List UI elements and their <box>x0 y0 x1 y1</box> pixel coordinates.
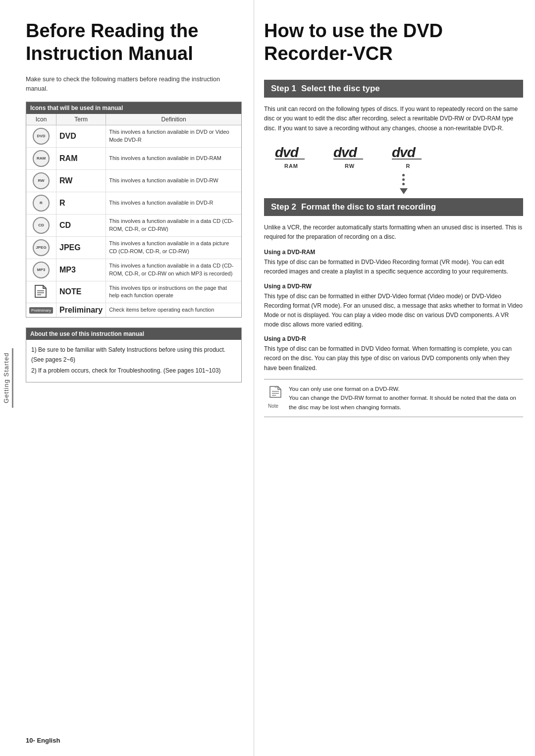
about-content: 1) Be sure to be familiar with Safety In… <box>26 340 241 382</box>
term-cell: CD <box>56 214 106 236</box>
dvd-logo-r: dvd R <box>391 143 426 169</box>
note-line: You can change the DVD-RW format to anot… <box>289 393 519 412</box>
step2-sub-sections: Using a DVD-RAMThis type of disc can be … <box>264 249 523 373</box>
dot1 <box>402 174 405 176</box>
table-row: PreliminaryPreliminaryCheck items before… <box>26 303 241 317</box>
sub-section-title: Using a DVD-RW <box>264 283 523 290</box>
dvd-logo-ram: dvd RAM <box>274 143 309 169</box>
term-cell: JPEG <box>56 236 106 259</box>
def-cell: This involves a function available in a … <box>106 214 241 236</box>
table-row: RWRWThis involves a function available i… <box>26 169 241 192</box>
def-cell: This involves tips or instructions on th… <box>106 281 241 303</box>
icons-table: Icon Term Definition DVDDVDThis involves… <box>26 114 241 317</box>
icon-badge: JPEG <box>33 239 50 256</box>
def-cell: Check items before operating each functi… <box>106 303 241 317</box>
dvd-logo-rw: dvd RW <box>332 143 367 169</box>
icon-badge: DVD <box>33 128 50 145</box>
table-row: JPEGJPEGThis involves a function availab… <box>26 236 241 259</box>
table-row: RRThis involves a function available in … <box>26 192 241 214</box>
icon-cell: CD <box>26 214 56 236</box>
step2-title: Format the disc to start recording <box>301 202 436 212</box>
about-item: 2) If a problem occurs, check for Troubl… <box>31 366 236 376</box>
sidebar-label: Getting Started <box>0 0 16 756</box>
icon-badge: MP3 <box>33 262 50 278</box>
about-table-container: About the use of this instruction manual… <box>26 327 242 382</box>
dvd-rw-label: RW <box>332 163 367 169</box>
icon-cell: JPEG <box>26 236 56 259</box>
icon-cell: Preliminary <box>26 303 56 317</box>
about-item: 1) Be sure to be familiar with Safety In… <box>31 345 236 365</box>
icon-cell: RW <box>26 169 56 192</box>
sub-section-body: This type of disc can be formatted in DV… <box>264 258 523 276</box>
icons-table-header: Icons that will be used in manual <box>26 102 241 114</box>
icon-cell: R <box>26 192 56 214</box>
icon-cell: DVD <box>26 125 56 147</box>
step1-header: Step 1 Select the disc type <box>264 80 523 98</box>
step1-description: This unit can record on the following ty… <box>264 105 523 133</box>
note-icon-area: ✏ Note <box>268 384 283 409</box>
dvd-rw-svg: dvd <box>332 143 367 161</box>
icons-table-container: Icons that will be used in manual Icon T… <box>26 102 242 318</box>
dvd-ram-label: RAM <box>274 163 309 169</box>
svg-text:dvd: dvd <box>275 145 299 160</box>
def-cell: This involves a function available in DV… <box>106 169 241 192</box>
dvd-ram-svg: dvd <box>274 143 309 161</box>
step1-title: Select the disc type <box>301 84 380 94</box>
term-cell: R <box>56 192 106 214</box>
about-table-header: About the use of this instruction manual <box>26 328 241 340</box>
table-row: MP3MP3This involves a function available… <box>26 259 241 281</box>
page-container: Getting Started Before Reading theInstru… <box>0 0 535 756</box>
icon-badge: RW <box>33 172 50 189</box>
sub-section-body: This type of disc can be formatted in ei… <box>264 292 523 330</box>
dvd-r-svg: dvd <box>391 143 426 161</box>
def-cell: This involves a function available in a … <box>106 236 241 259</box>
icon-cell: RAM <box>26 147 56 169</box>
term-cell: Preliminary <box>56 303 106 317</box>
icon-badge: RAM <box>33 150 50 167</box>
step2-number: Step 2 <box>271 202 296 212</box>
sub-section-body: This type of disc can be formatted in DV… <box>264 344 523 373</box>
col-def: Definition <box>106 114 241 125</box>
right-column: How to use the DVDRecorder-VCR Step 1 Se… <box>254 0 535 756</box>
table-row: NOTEThis involves tips or instructions o… <box>26 281 241 303</box>
sub-section-title: Using a DVD-RAM <box>264 249 523 256</box>
step2-section: Step 2 Format the disc to start recordin… <box>264 198 523 417</box>
col-icon: Icon <box>26 114 56 125</box>
note-symbol <box>29 284 53 300</box>
def-cell: This involves a function available in DV… <box>106 125 241 147</box>
term-cell: MP3 <box>56 259 106 281</box>
page-number: 10- English <box>26 737 60 744</box>
icon-badge: CD <box>33 217 50 234</box>
page-title: Before Reading theInstruction Manual <box>26 20 242 65</box>
dot3 <box>402 183 405 185</box>
table-row: CDCDThis involves a function available i… <box>26 214 241 236</box>
note-text: You can only use one format on a DVD-RW.… <box>289 384 519 412</box>
arrow-indicator <box>284 174 523 194</box>
term-cell: RAM <box>56 147 106 169</box>
dvd-r-label: R <box>391 163 426 169</box>
arrow-down <box>400 188 408 194</box>
table-row: RAMRAMThis involves a function available… <box>26 147 241 169</box>
prelim-badge: Preliminary <box>29 307 53 314</box>
dvd-logos-row: dvd RAM dvd RW dvd R <box>274 143 523 169</box>
col-term: Term <box>56 114 106 125</box>
term-cell: DVD <box>56 125 106 147</box>
step2-header: Step 2 Format the disc to start recordin… <box>264 198 523 216</box>
def-cell: This involves a function available in DV… <box>106 192 241 214</box>
term-cell: RW <box>56 169 106 192</box>
icon-cell: MP3 <box>26 259 56 281</box>
icon-badge: R <box>33 195 50 212</box>
table-row: DVDDVDThis involves a function available… <box>26 125 241 147</box>
step1-number: Step 1 <box>271 84 296 94</box>
left-column: Before Reading theInstruction Manual Mak… <box>16 0 254 756</box>
svg-text:dvd: dvd <box>333 145 358 160</box>
sidebar-label-text: Getting Started <box>2 348 13 408</box>
right-page-title: How to use the DVDRecorder-VCR <box>264 20 523 65</box>
svg-text:dvd: dvd <box>392 145 416 160</box>
icon-cell <box>26 281 56 303</box>
def-cell: This involves a function available in a … <box>106 259 241 281</box>
note-line: You can only use one format on a DVD-RW. <box>289 384 519 393</box>
def-cell: This involves a function available in DV… <box>106 147 241 169</box>
step2-intro: Unlike a VCR, the recorder automatically… <box>264 223 523 242</box>
note-label: Note <box>268 403 283 409</box>
